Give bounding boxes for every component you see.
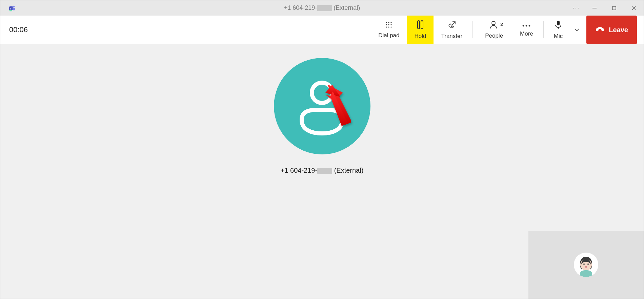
svg-point-12 <box>391 22 392 23</box>
mic-icon <box>554 20 562 31</box>
svg-point-13 <box>386 24 387 25</box>
mic-options-chevron[interactable] <box>570 16 584 44</box>
window-title: +1 604-219- (External) <box>284 4 360 12</box>
svg-rect-5 <box>9 10 12 11</box>
leave-label: Leave <box>609 26 628 34</box>
dialpad-button[interactable]: Dial pad <box>371 16 407 44</box>
person-icon <box>295 76 349 137</box>
settings-menu-button[interactable]: ··· <box>568 0 585 16</box>
people-button[interactable]: 2 People <box>476 16 512 44</box>
more-label: More <box>520 30 533 37</box>
svg-point-17 <box>388 26 389 27</box>
title-phone-redacted <box>317 5 332 11</box>
titlebar: T +1 604-219- (External) ··· <box>0 0 644 16</box>
svg-point-21 <box>492 21 495 25</box>
more-button[interactable]: More <box>512 16 541 44</box>
hold-button[interactable]: Hold <box>407 16 434 44</box>
maximize-button[interactable] <box>604 0 624 16</box>
caller-avatar <box>274 58 370 154</box>
svg-rect-25 <box>557 21 560 25</box>
transfer-label: Transfer <box>441 33 462 40</box>
more-icon <box>522 22 531 28</box>
svg-point-15 <box>391 24 392 25</box>
svg-text:T: T <box>9 7 11 10</box>
transfer-icon <box>447 20 457 31</box>
svg-rect-19 <box>418 21 420 29</box>
title-phone-prefix: +1 604-219- <box>284 4 317 11</box>
svg-point-11 <box>388 22 389 23</box>
call-toolbar: 00:06 Dial pad <box>0 16 644 44</box>
self-avatar <box>574 253 598 277</box>
minimize-button[interactable] <box>585 0 604 16</box>
window-controls: ··· <box>568 0 644 16</box>
caller-phone-prefix: +1 604-219- <box>281 167 317 174</box>
hold-label: Hold <box>415 33 426 40</box>
chevron-down-icon <box>574 27 580 33</box>
toolbar-separator-2 <box>543 21 544 38</box>
svg-point-18 <box>391 26 392 27</box>
toolbar-buttons: Dial pad Hold <box>371 16 644 44</box>
leave-button[interactable]: Leave <box>586 16 637 44</box>
svg-rect-20 <box>421 21 423 29</box>
mic-label: Mic <box>554 33 563 40</box>
svg-point-30 <box>583 263 585 265</box>
toolbar-separator <box>472 21 473 38</box>
svg-point-10 <box>386 22 387 23</box>
self-avatar-icon <box>574 253 598 277</box>
svg-point-31 <box>587 263 589 265</box>
hangup-icon <box>595 26 609 34</box>
svg-point-1 <box>13 5 15 7</box>
svg-point-23 <box>526 25 527 27</box>
call-timer: 00:06 <box>9 25 28 34</box>
svg-point-27 <box>312 83 332 103</box>
svg-point-24 <box>529 25 530 27</box>
people-label: People <box>485 33 503 39</box>
caller-suffix: (External) <box>332 167 363 174</box>
title-suffix: (External) <box>332 4 360 11</box>
teams-app-icon: T <box>8 4 16 12</box>
call-window: T +1 604-219- (External) ··· 00:06 <box>0 0 644 299</box>
people-count: 2 <box>500 22 503 27</box>
svg-point-32 <box>585 266 587 268</box>
dialpad-icon <box>385 21 393 30</box>
mic-button[interactable]: Mic <box>546 16 570 44</box>
svg-point-16 <box>386 26 387 27</box>
self-video-thumbnail[interactable] <box>528 231 644 299</box>
svg-point-14 <box>388 24 389 25</box>
svg-point-22 <box>523 25 524 27</box>
close-button[interactable] <box>624 0 644 16</box>
caller-phone-redacted <box>317 168 332 174</box>
dialpad-label: Dial pad <box>378 32 399 39</box>
caller-display-name: +1 604-219- (External) <box>281 167 364 174</box>
call-stage: +1 604-219- (External) <box>0 44 644 299</box>
svg-rect-7 <box>612 6 616 10</box>
hold-icon <box>416 20 424 31</box>
svg-rect-2 <box>13 8 15 10</box>
transfer-button[interactable]: Transfer <box>434 16 470 44</box>
people-icon <box>490 20 499 30</box>
